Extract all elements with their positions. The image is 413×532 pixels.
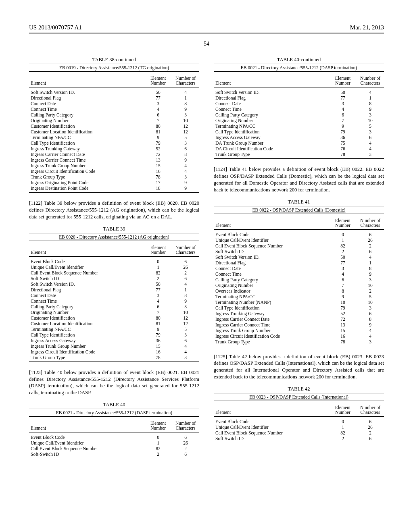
table-row: Connect Time49: [29, 298, 199, 304]
table-row: Calling Party Category63: [214, 112, 384, 118]
publication-number: US 2013/0070757 A1: [29, 24, 82, 31]
table-row: Ingress Carrier Connect Date728: [214, 316, 384, 322]
header-rule: [29, 33, 384, 33]
table-row: Originating Number710: [29, 310, 199, 315]
table-row: Connect Time49: [29, 106, 199, 112]
table-row: Ingress Carrier Connect Time139: [214, 322, 384, 328]
table-42: TABLE 42 EB 0023 - OSP/DASP Extended Cal…: [214, 386, 384, 441]
table-label: TABLE 42: [214, 386, 384, 392]
table-40: TABLE 40 EB 0021 - Directory Assistance/…: [29, 402, 199, 457]
table-row: Ingress Circuit Identification Code164: [214, 333, 384, 339]
table-row: Soft-Switch ID26: [29, 276, 199, 281]
table-row: Unique Call/Event Identifier126: [214, 424, 384, 430]
table-row: Call Event Block Sequence Number822: [29, 446, 199, 451]
table-row: Ingress Trunking Gateway526: [214, 311, 384, 316]
table-row: Customer Location Identification8112: [29, 321, 199, 326]
left-column: TABLE 38-continued EB 0019 - Directory A…: [29, 57, 199, 464]
para-1122: [1122] Table 39 below provides a definit…: [29, 200, 199, 220]
table-row: Ingress Access Gateway366: [29, 338, 199, 343]
para-1124: [1124] Table 41 below provides a definit…: [214, 166, 384, 193]
table-row: Unique Call/Event Identifier126: [29, 264, 199, 270]
table-row: Event Block Code06: [214, 229, 384, 237]
table-41t: EB 0022 - OSP/DASP Extended Calls (Domes…: [214, 206, 384, 346]
table-row: Soft Switch Version ID.504: [214, 87, 384, 96]
table-row: Unique Call/Event Identifier126: [214, 237, 384, 243]
table-row: Calling Party Category63: [29, 112, 199, 118]
table-row: Soft Switch Version ID.504: [214, 254, 384, 260]
table-row: Ingress Access Gateway366: [214, 135, 384, 140]
table-row: Call Type Identification793: [214, 305, 384, 311]
table-row: Directional Flag771: [214, 95, 384, 101]
publication-date: Mar. 21, 2013: [350, 24, 384, 31]
table-row: Soft Switch Version ID.504: [29, 281, 199, 287]
table-row: Connect Time49: [214, 106, 384, 112]
table-row: Event Block Code06: [214, 417, 384, 425]
table-row: Connect Date38: [29, 293, 199, 298]
table-row: Connect Date38: [214, 101, 384, 106]
table-row: Originating Number710: [214, 118, 384, 123]
table-row: Ingress Trunk Group Number154: [214, 328, 384, 333]
table-row: Ingress Trunk Group Number154: [29, 163, 199, 168]
table-row: Calling Party Category63: [214, 277, 384, 283]
table-row: Unique Call/Event Identifier126: [29, 440, 199, 446]
table-row: Customer Identification8012: [29, 315, 199, 321]
table-row: Call Type Identification793: [29, 332, 199, 338]
table-row: DA Trunk Group Number754: [214, 140, 384, 146]
table-39: TABLE 39 EB 0020 - Directory Assistance/…: [29, 226, 199, 362]
table-39t: EB 0020 - Directory Assistance/555-1212 …: [29, 233, 199, 362]
table-row: Terminating Number (NANP)1010: [214, 299, 384, 305]
table-row: Connect Date38: [214, 266, 384, 271]
table-row: Soft Switch Version ID.504: [29, 87, 199, 96]
two-column-layout: TABLE 38-continued EB 0019 - Directory A…: [29, 57, 384, 464]
table-row: Originating Number710: [214, 283, 384, 288]
table-row: Terminating NPA/CC95: [29, 135, 199, 140]
table-row: Connect Date38: [29, 101, 199, 106]
table-row: Terminating NPA/CC95: [29, 326, 199, 332]
table-row: Call Type Identification793: [214, 129, 384, 135]
table-row: Ingress Destination Point Code189: [29, 185, 199, 193]
table-row: Originating Number710: [29, 118, 199, 123]
table-row: Call Event Block Sequence Number822: [29, 270, 199, 276]
table-label: TABLE 39: [29, 226, 199, 232]
table-row: Trunk Group Type783: [214, 339, 384, 346]
table-38-continued: TABLE 38-continued EB 0019 - Directory A…: [29, 57, 199, 193]
table-row: Ingress Circuit Identification Code164: [29, 349, 199, 355]
para-1123: [1123] Table 40 below provides a definit…: [29, 369, 199, 397]
table-row: Directional Flag771: [29, 95, 199, 101]
table-row: Event Block Code06: [29, 256, 199, 264]
table-row: Trunk Group Type783: [214, 152, 384, 159]
table-40t: EB 0021 - Directory Assistance/555-1212 …: [29, 409, 199, 457]
table-row: Ingress Carrier Connect Time139: [29, 157, 199, 163]
table-row: Ingress Trunk Group Number154: [29, 343, 199, 349]
table-row: Ingress Trunking Gateway526: [29, 146, 199, 152]
table-row: DA Circuit Identification Code764: [214, 146, 384, 152]
table-label: TABLE 41: [214, 199, 384, 205]
table-row: Overseas Indicator82: [214, 288, 384, 294]
table-row: Trunk Group Type783: [29, 174, 199, 180]
table-row: Calling Party Category63: [29, 304, 199, 310]
table-row: Event Block Code06: [29, 432, 199, 441]
table-row: Call Type Identification793: [29, 140, 199, 146]
table-41: TABLE 41 EB 0022 - OSP/DASP Extended Cal…: [214, 199, 384, 346]
table-40-continued: TABLE 40-continued EB 0021 - Directory A…: [214, 57, 384, 159]
page-number: 54: [29, 41, 384, 47]
table-row: Trunk Group Type783: [29, 355, 199, 362]
para-1125: [1125] Table 42 below provides a definit…: [214, 353, 384, 381]
table-row: Directional Flag771: [214, 260, 384, 266]
table-row: Call Event Block Sequence Number822: [214, 243, 384, 249]
table-row: Call Event Block Sequence Number822: [214, 430, 384, 436]
table-40c: EB 0021 - Directory Assistance/555-1212 …: [214, 64, 384, 159]
right-column: TABLE 40-continued EB 0021 - Directory A…: [214, 57, 384, 464]
table-row: Soft-Switch ID26: [214, 249, 384, 254]
table-label: TABLE 40-continued: [214, 57, 384, 63]
table-row: Terminating NPA/CC95: [214, 123, 384, 129]
table-row: Ingress Originating Point Code179: [29, 180, 199, 185]
document-header: US 2013/0070757 A1 Mar. 21, 2013: [29, 24, 384, 31]
table-row: Customer Identification8012: [29, 123, 199, 129]
table-row: Ingress Circuit Identification Code164: [29, 168, 199, 174]
table-42t: EB 0023 - OSP/DASP Extended Calls (Inter…: [214, 393, 384, 441]
table-row: Directional Flag771: [29, 287, 199, 293]
table-row: Terminating NPA/CC95: [214, 294, 384, 299]
table-row: Soft-Switch ID26: [29, 451, 199, 457]
table-label: TABLE 40: [29, 402, 199, 408]
